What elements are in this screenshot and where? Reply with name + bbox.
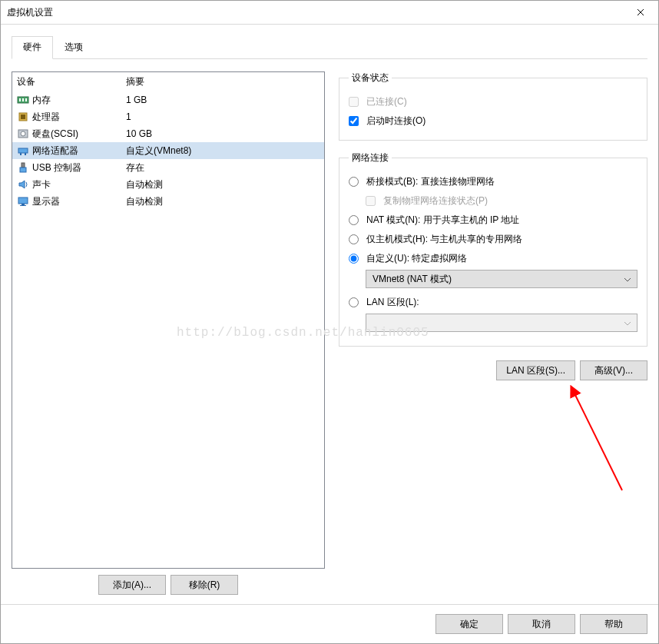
tab-options[interactable]: 选项 [53,36,94,59]
svg-rect-13 [18,198,28,204]
cancel-button[interactable]: 取消 [508,614,575,634]
connected-label: 已连接(C) [366,95,407,108]
device-name: 声卡 [32,178,51,191]
close-icon [637,8,644,16]
add-button[interactable]: 添加(A)... [98,575,166,595]
header-device: 设备 [17,75,126,88]
device-row[interactable]: USB 控制器存在 [12,159,324,176]
replicate-row: 复制物理网络连接状态(P) [366,191,637,211]
nat-radio-row[interactable]: NAT 模式(N): 用于共享主机的 IP 地址 [349,211,637,230]
right-pane: 设备状态 已连接(C) 启动时连接(O) 网络连接 桥接模式(B): 直接连接物… [339,71,647,596]
device-row[interactable]: 显示器自动检测 [12,193,324,210]
ok-button[interactable]: 确定 [435,614,503,634]
network-connection-legend: 网络连接 [349,151,392,164]
custom-network-select[interactable]: VMnet8 (NAT 模式) [366,270,637,288]
device-row[interactable]: 声卡自动检测 [12,176,324,193]
right-button-row: LAN 区段(S)... 高级(V)... [339,360,647,380]
connected-checkbox-row: 已连接(C) [349,92,637,111]
lan-segment-select [366,314,637,332]
custom-radio-row[interactable]: 自定义(U): 特定虚拟网络 [349,249,637,268]
lan-segment-radio[interactable] [349,297,359,307]
header-summary: 摘要 [126,75,144,88]
display-icon [17,195,29,207]
bridged-radio-row[interactable]: 桥接模式(B): 直接连接物理网络 [349,172,637,191]
svg-rect-8 [18,148,28,153]
custom-label: 自定义(U): 特定虚拟网络 [366,252,467,265]
nat-radio[interactable] [349,215,359,225]
footer: 确定 取消 帮助 [1,604,658,643]
custom-network-value: VMnet8 (NAT 模式) [373,273,452,286]
disk-icon [17,128,29,140]
svg-rect-15 [20,205,26,206]
bridged-label: 桥接模式(B): 直接连接物理网络 [366,175,495,188]
device-status-group: 设备状态 已连接(C) 启动时连接(O) [339,71,647,141]
left-button-row: 添加(A)... 移除(R) [12,575,325,596]
content-area: 设备 摘要 内存1 GB处理器1硬盘(SCSI)10 GB网络适配器自定义(VM… [1,59,658,604]
advanced-button[interactable]: 高级(V)... [580,360,647,380]
svg-rect-14 [22,204,25,205]
memory-icon [17,94,29,106]
network-connection-group: 网络连接 桥接模式(B): 直接连接物理网络 复制物理网络连接状态(P) NAT… [339,151,647,347]
device-name: 网络适配器 [32,144,78,158]
sound-icon [17,178,29,191]
lan-segments-button[interactable]: LAN 区段(S)... [496,360,575,380]
lan-segment-radio-row[interactable]: LAN 区段(L): [349,293,637,312]
device-summary: 1 GB [126,93,324,107]
device-row[interactable]: 网络适配器自定义(VMnet8) [12,142,324,159]
svg-rect-3 [25,98,27,101]
cpu-icon [17,111,29,123]
device-row[interactable]: 处理器1 [12,108,324,125]
titlebar: 虚拟机设置 [1,1,658,25]
svg-rect-5 [21,115,25,119]
device-row[interactable]: 内存1 GB [12,91,324,108]
device-list-header: 设备 摘要 [12,72,324,91]
usb-icon [17,161,29,174]
svg-rect-2 [22,98,24,101]
hostonly-radio[interactable] [349,234,359,244]
svg-rect-11 [22,163,25,168]
close-button[interactable] [623,1,658,24]
device-name: 硬盘(SCSI) [32,127,78,141]
window-title: 虚拟机设置 [7,6,623,19]
hostonly-radio-row[interactable]: 仅主机模式(H): 与主机共享的专用网络 [349,230,637,249]
connected-checkbox [349,97,359,107]
device-name: 内存 [32,93,51,107]
svg-rect-10 [25,153,26,155]
network-icon [17,144,29,157]
lan-segment-label: LAN 区段(L): [366,296,419,309]
device-name: 处理器 [32,110,60,124]
bridged-radio[interactable] [349,177,359,187]
vm-settings-window: 虚拟机设置 硬件 选项 设备 摘要 内存1 GB处理器1硬盘(SCSI)10 G… [0,0,659,644]
svg-rect-1 [19,98,21,101]
connect-poweron-checkbox[interactable] [349,116,359,126]
replicate-checkbox [366,196,376,206]
device-summary: 自动检测 [126,178,324,191]
chevron-down-icon [624,317,631,328]
device-summary: 自定义(VMnet8) [126,144,324,158]
left-pane: 设备 摘要 内存1 GB处理器1硬盘(SCSI)10 GB网络适配器自定义(VM… [12,71,325,596]
replicate-label: 复制物理网络连接状态(P) [383,194,488,207]
connect-poweron-row[interactable]: 启动时连接(O) [349,111,637,131]
hostonly-label: 仅主机模式(H): 与主机共享的专用网络 [366,233,522,246]
svg-rect-12 [20,168,26,172]
device-summary: 存在 [126,161,324,174]
tab-hardware[interactable]: 硬件 [12,36,53,59]
custom-radio[interactable] [349,254,359,264]
device-row[interactable]: 硬盘(SCSI)10 GB [12,125,324,142]
device-list[interactable]: 设备 摘要 内存1 GB处理器1硬盘(SCSI)10 GB网络适配器自定义(VM… [12,71,325,569]
device-name: USB 控制器 [32,161,81,174]
help-button[interactable]: 帮助 [580,614,647,634]
nat-label: NAT 模式(N): 用于共享主机的 IP 地址 [366,214,519,227]
svg-point-7 [21,131,25,136]
device-status-legend: 设备状态 [349,71,392,85]
remove-button[interactable]: 移除(R) [171,575,238,595]
device-summary: 10 GB [126,127,324,141]
connect-poweron-label: 启动时连接(O) [366,115,426,128]
device-name: 显示器 [32,194,60,208]
tabstrip: 硬件 选项 [1,25,658,59]
device-summary: 1 [126,110,324,124]
svg-rect-9 [20,153,22,155]
chevron-down-icon [624,274,631,284]
device-summary: 自动检测 [126,194,324,208]
